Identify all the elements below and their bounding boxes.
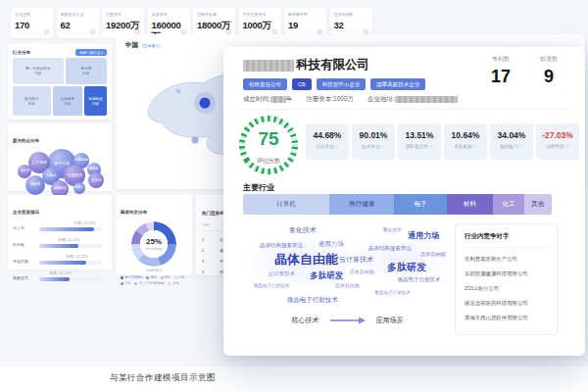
metric-label: 行业评估 ⓘ bbox=[306, 144, 349, 149]
company-name-suffix: 科技有限公司 bbox=[296, 57, 369, 74]
company-tags: 有限责任公司CB科技型中小企业国家高新技术企业 bbox=[243, 78, 425, 90]
panel-title: 行业分布 bbox=[13, 50, 30, 55]
copyright-stat: 软著数 9 bbox=[540, 55, 558, 87]
investor-rank: 3 bbox=[202, 259, 204, 264]
growth-bar-row: 专精特新 38家, 22.22% bbox=[13, 255, 107, 268]
competitor-item[interactable]: ZOLL医疗公司 bbox=[465, 285, 548, 292]
bubble[interactable]: 机器人 bbox=[74, 182, 85, 194]
cloud-word: 多肽研发 bbox=[387, 263, 426, 272]
treemap-block[interactable]: 新消费 60家 bbox=[66, 58, 107, 84]
treemap-block[interactable]: 新一代信息技术 70家 bbox=[13, 58, 64, 84]
treemap-block[interactable]: 生命健康 29家 bbox=[53, 86, 82, 116]
enterprise-growth-panel: 企业发展情况 已上市 45家, 22.22% 科创板 40家, 22.22% 专… bbox=[8, 195, 112, 270]
company-tag: 国家高新技术企业 bbox=[370, 78, 425, 90]
legend-dot-icon bbox=[121, 282, 123, 285]
competitors-box: 行业内竞争对手 菲利普莫里斯生产公司东软熙康健康科技有限公司ZOLL医疗公司南京… bbox=[455, 223, 558, 335]
treemap-row: 数字经济 45家 生命健康 29家 智能制造 11家 bbox=[13, 86, 107, 116]
metric-value: 44.68% bbox=[306, 130, 349, 140]
industry-segment[interactable]: 其他 bbox=[524, 194, 552, 215]
ip-stats: 专利数 17 软著数 9 bbox=[491, 55, 558, 87]
info-icon[interactable]: ⓘ bbox=[519, 144, 523, 149]
map-dot-minor[interactable] bbox=[176, 89, 181, 94]
stat-value: 32 bbox=[334, 20, 368, 30]
map-dot-major[interactable] bbox=[200, 98, 211, 109]
company-tag: 有限责任公司 bbox=[243, 78, 287, 90]
patent-stat: 专利数 17 bbox=[491, 55, 511, 87]
stat-trend-icon bbox=[44, 29, 49, 34]
stat-label: 平均注册资本 bbox=[243, 12, 277, 17]
treemap-count: 60家 bbox=[82, 72, 89, 75]
legend-item: A轮 bbox=[146, 275, 156, 279]
score-label: 评估分数 bbox=[237, 157, 300, 166]
info-icon[interactable]: ⓘ bbox=[335, 144, 339, 149]
info-icon[interactable]: ⓘ bbox=[565, 144, 569, 149]
competitor-item[interactable]: 珠海市西山居软件有限公司 bbox=[465, 315, 548, 321]
metric-box: 90.01% 技术评估 ⓘ bbox=[352, 123, 395, 160]
stat-value: 19 bbox=[288, 20, 322, 30]
caption: 与某行合作建模项目示意图 bbox=[110, 372, 216, 384]
industry-segment[interactable]: 计算机 bbox=[243, 194, 329, 215]
address-label: 企业地址: bbox=[368, 95, 395, 104]
stat-card: 企业总数 170 bbox=[11, 8, 53, 38]
industry-level-dropdown[interactable]: 高新一级行业 ▾ bbox=[75, 49, 107, 56]
treemap-block[interactable]: 智能制造 11家 bbox=[84, 86, 107, 116]
map-dot-minor[interactable] bbox=[192, 137, 199, 144]
cloud-word: 微晶电子衍射技术 bbox=[374, 291, 411, 296]
competitor-item[interactable]: 东软熙康健康科技有限公司 bbox=[465, 270, 548, 277]
stat-card: 高新技术企业 62 bbox=[57, 8, 99, 38]
industry-segment[interactable]: 材料 bbox=[447, 194, 493, 215]
bubble[interactable]: 区块链 bbox=[88, 172, 104, 188]
metric-box: 34.04% 融资能力 ⓘ bbox=[490, 123, 533, 160]
industry-segment[interactable]: 电子 bbox=[394, 194, 447, 215]
map-title: 中国 bbox=[125, 41, 138, 50]
stat-value: 62 bbox=[61, 20, 95, 30]
metric-boxes: 44.68% 行业评估 ⓘ 90.01% 技术评估 ⓘ 13.51% 团队稳定性… bbox=[306, 123, 579, 160]
legend-item: 种子/天使轮 bbox=[121, 275, 142, 279]
cloud-word: 晶体自由能 bbox=[350, 270, 374, 274]
stat-label: 总融资金额 bbox=[197, 12, 231, 17]
treemap-label: 生命健康 bbox=[61, 97, 74, 101]
growth-bar-value: 26家, 22.22% bbox=[36, 270, 72, 275]
competitor-item[interactable]: 南京迈拓医药科技有限公司 bbox=[465, 300, 548, 307]
cloud-word: 通用力场 bbox=[318, 241, 344, 248]
growth-bar-value: 38家, 22.22% bbox=[53, 254, 88, 259]
map-scope-link[interactable]: (含港澳台) bbox=[142, 43, 161, 48]
legend-item: B轮 bbox=[161, 275, 171, 279]
info-icon[interactable]: ⓘ bbox=[381, 144, 385, 149]
treemap-count: 45家 bbox=[28, 102, 35, 106]
treemap-label: 新消费 bbox=[80, 67, 91, 71]
industry-segments-bar: 计算机医疗健康电子材料化工其他 bbox=[243, 194, 552, 215]
metric-value: 13.51% bbox=[398, 130, 441, 140]
industry-segment[interactable]: 医疗健康 bbox=[329, 194, 394, 215]
metric-value: -27.03% bbox=[536, 130, 579, 140]
score-gauge: 75 评估分数 bbox=[237, 114, 300, 176]
company-tag: CB bbox=[292, 78, 312, 90]
metric-box: -27.03% 法律舆情 ⓘ bbox=[536, 123, 579, 160]
industry-segment[interactable]: 化工 bbox=[493, 194, 524, 215]
cloud-word: 微晶电子衍射技术 bbox=[287, 297, 338, 304]
copyright-label: 软著数 bbox=[540, 55, 558, 64]
company-tag: 科技型中小企业 bbox=[317, 78, 367, 90]
stat-label: 融资事件数 bbox=[288, 12, 322, 17]
metric-label: 融资能力 ⓘ bbox=[490, 144, 533, 149]
growth-bar-row: 已上市 45家, 22.22% bbox=[13, 221, 107, 234]
investors-header-cell: TOP bbox=[202, 223, 209, 227]
growth-bar-fill bbox=[39, 277, 70, 281]
donut-chart: 25% 种子/天使轮 bbox=[131, 221, 176, 267]
cloud-word: 云计算技术 bbox=[339, 256, 373, 263]
tech-flow-row: 核心技术 应用场景 bbox=[243, 316, 452, 325]
funding-rounds-panel: 融资轮次分布 25% 种子/天使轮 总融资事件 种子/天使轮 A轮 B轮 C轮 … bbox=[116, 195, 192, 275]
growth-bar-fill bbox=[39, 261, 86, 265]
info-icon[interactable]: ⓘ bbox=[473, 144, 477, 149]
treemap-row: 新一代信息技术 70家 新消费 60家 bbox=[13, 58, 107, 84]
competitor-item[interactable]: 菲利普莫里斯生产公司 bbox=[465, 256, 548, 263]
treemap-block[interactable]: 数字经济 45家 bbox=[13, 86, 51, 116]
info-icon[interactable]: ⓘ bbox=[429, 144, 433, 149]
cloud-word: 晶体结构搜索算法 bbox=[368, 246, 412, 252]
divider bbox=[243, 109, 569, 110]
legend-item: C轮 bbox=[174, 275, 184, 279]
redacted-company-prefix bbox=[243, 60, 294, 72]
legend-dot-icon bbox=[174, 276, 177, 279]
bubble[interactable]: 物联网 bbox=[25, 175, 45, 195]
growth-bar-track bbox=[39, 227, 102, 231]
